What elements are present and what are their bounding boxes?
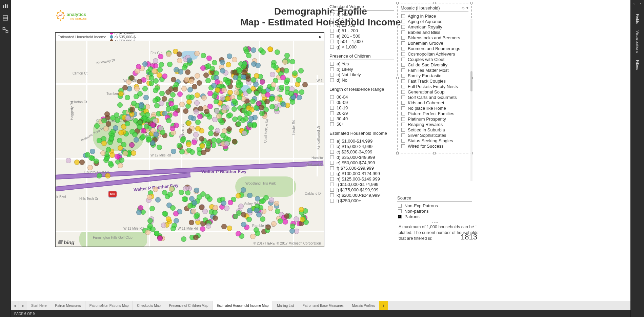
slicer-item[interactable]: c) $25,000-34,999 — [329, 149, 394, 154]
slicer-item[interactable]: g) $100,000-$124,999 — [329, 171, 394, 176]
map-data-point[interactable] — [201, 150, 206, 155]
map-data-point[interactable] — [131, 150, 136, 156]
checkbox-icon[interactable] — [330, 101, 334, 104]
map-data-point[interactable] — [302, 82, 308, 87]
map-data-point[interactable] — [179, 149, 185, 154]
map-data-point[interactable] — [161, 223, 166, 228]
map-data-point[interactable] — [226, 62, 231, 67]
slicer-presence-of-children[interactable]: Presence of Children a) Yesb) Likelyc) N… — [329, 53, 394, 83]
map-data-point[interactable] — [204, 109, 209, 114]
map-data-point[interactable] — [260, 49, 266, 55]
slicer-item[interactable]: Status Seeking Singles — [401, 138, 468, 143]
checkbox-icon[interactable] — [401, 58, 405, 61]
map-data-point[interactable] — [162, 190, 167, 195]
map-data-point[interactable] — [179, 190, 184, 195]
map-data-point[interactable] — [233, 75, 238, 80]
slicer-item[interactable]: Silver Sophisticates — [401, 132, 468, 138]
map-data-point[interactable] — [193, 235, 199, 240]
slicer-item[interactable]: a) Yes — [329, 61, 394, 66]
legend-scroll-right-icon[interactable]: ▶ — [319, 35, 322, 39]
map-data-point[interactable] — [170, 92, 176, 98]
map-data-point[interactable] — [198, 106, 203, 111]
map-data-point[interactable] — [208, 131, 214, 136]
map-data-point[interactable] — [147, 137, 152, 142]
slicer-item[interactable]: 10-19 — [329, 105, 394, 110]
report-view-icon[interactable] — [2, 3, 8, 9]
map-data-point[interactable] — [206, 56, 212, 61]
map-data-point[interactable] — [195, 92, 200, 98]
map-data-point[interactable] — [177, 51, 182, 57]
map-data-point[interactable] — [227, 54, 232, 59]
checkbox-icon[interactable] — [330, 122, 334, 126]
map-data-point[interactable] — [233, 214, 238, 219]
map-data-point[interactable] — [153, 98, 158, 103]
map-data-point[interactable] — [254, 73, 259, 79]
checkbox-icon[interactable] — [401, 41, 405, 45]
map-data-point[interactable] — [192, 140, 197, 145]
map-data-point[interactable] — [234, 90, 239, 95]
map-data-point[interactable] — [169, 186, 174, 192]
map-data-point[interactable] — [167, 62, 173, 67]
model-view-icon[interactable] — [2, 27, 8, 33]
map-data-point[interactable] — [147, 194, 152, 200]
map-data-point[interactable] — [200, 143, 205, 149]
map-data-point[interactable] — [221, 87, 227, 93]
map-data-point[interactable] — [90, 149, 95, 154]
checkbox-icon[interactable] — [401, 36, 405, 40]
map-data-point[interactable] — [100, 150, 106, 156]
map-data-point[interactable] — [236, 83, 241, 88]
slicer-item[interactable]: Kids and Cabernet — [401, 100, 468, 105]
map-data-point[interactable] — [103, 126, 109, 131]
slicer-item[interactable]: Couples with Clout — [401, 57, 468, 62]
checkbox-icon[interactable] — [401, 144, 405, 148]
slicer-source[interactable]: Source Non-Exp PatronsNon-patronsPatrons — [397, 195, 472, 219]
map-data-point[interactable] — [201, 95, 207, 101]
map-data-point[interactable] — [202, 209, 208, 214]
map-data-point[interactable] — [189, 79, 194, 84]
map-data-point[interactable] — [173, 111, 178, 117]
page-tab[interactable]: Checkouts Map — [133, 301, 165, 310]
slicer-item[interactable]: e) 201 - 500 — [329, 33, 394, 39]
map-data-point[interactable] — [187, 128, 192, 134]
map-data-point[interactable] — [153, 78, 159, 84]
map-data-point[interactable] — [238, 204, 244, 209]
map-data-point[interactable] — [269, 96, 275, 101]
checkbox-icon[interactable] — [401, 112, 405, 115]
map-data-point[interactable] — [109, 135, 114, 141]
checkbox-icon[interactable] — [401, 63, 405, 67]
map-data-point[interactable] — [162, 73, 167, 79]
checkbox-icon[interactable] — [330, 166, 334, 170]
map-data-point[interactable] — [194, 100, 200, 106]
checkbox-icon[interactable] — [401, 117, 405, 121]
slicer-item[interactable]: Cosmopolitan Achievers — [401, 51, 468, 57]
slicer-item[interactable]: a) None — [329, 12, 394, 17]
page-tab[interactable]: Patrons/Non-Patrons Map — [85, 301, 133, 310]
map-data-point[interactable] — [189, 220, 194, 225]
map-data-point[interactable] — [299, 89, 304, 95]
map-data-point[interactable] — [115, 118, 120, 123]
map-data-point[interactable] — [260, 79, 265, 85]
checkbox-icon[interactable] — [401, 14, 405, 18]
slicer-item[interactable]: 05-09 — [329, 100, 394, 105]
map-data-point[interactable] — [131, 101, 137, 106]
slicer-item[interactable]: k) $200,000-$249,999 — [329, 192, 394, 198]
map-data-point[interactable] — [283, 219, 288, 225]
map-data-point[interactable] — [166, 51, 172, 57]
map-data-point[interactable] — [224, 206, 229, 211]
map-data-point[interactable] — [129, 142, 135, 148]
checkbox-icon[interactable] — [330, 34, 334, 38]
map-data-point[interactable] — [185, 69, 190, 75]
map-data-point[interactable] — [284, 213, 289, 219]
checkbox-icon[interactable] — [401, 30, 405, 34]
map-data-point[interactable] — [220, 60, 225, 65]
map-data-point[interactable] — [242, 130, 247, 136]
map-data-point[interactable] — [271, 82, 276, 87]
map-data-point[interactable] — [168, 101, 174, 106]
map-data-point[interactable] — [215, 87, 220, 93]
map-data-point[interactable] — [236, 231, 241, 236]
map-data-point[interactable] — [157, 67, 163, 72]
map-data-point[interactable] — [186, 121, 192, 126]
map-data-point[interactable] — [79, 160, 85, 165]
map-data-point[interactable] — [142, 61, 148, 67]
map-data-point[interactable] — [145, 230, 150, 235]
